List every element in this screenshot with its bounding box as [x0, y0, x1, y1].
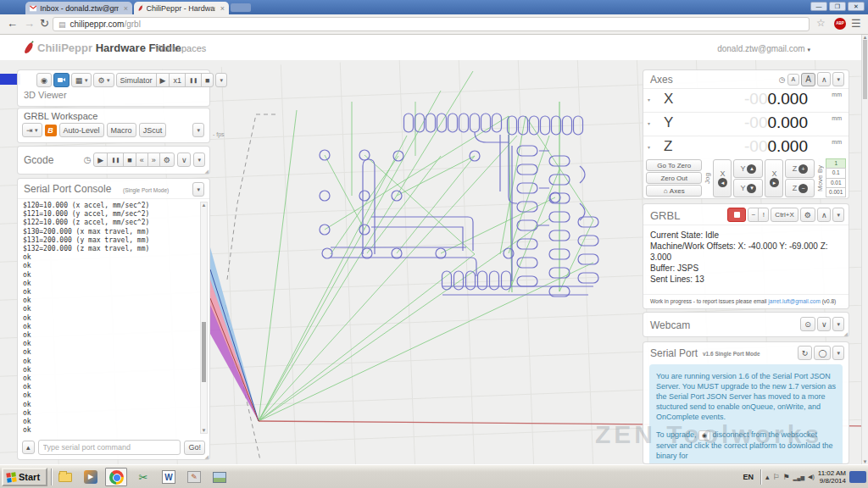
stop-icon[interactable]: ■	[123, 152, 136, 167]
network-icon[interactable]: ▂▄▆	[793, 474, 804, 480]
auto-level-button[interactable]: Auto-Level	[59, 123, 104, 137]
serial-command-input[interactable]	[38, 440, 181, 455]
goto-zero-button[interactable]: Go To Zero	[646, 159, 702, 171]
console-output[interactable]: $120=10.000 (x accel, mm/sec^2)$121=10.0…	[23, 202, 198, 434]
tab-chilipeppr[interactable]: ChiliPeppr - Hardware Fiddle ×	[134, 2, 229, 14]
chevron-down-icon[interactable]: ▾	[648, 97, 650, 103]
grid-options-button[interactable]: ▦ ▾	[71, 73, 92, 87]
scrollbar-thumb[interactable]	[202, 322, 206, 382]
back-icon[interactable]: ←	[7, 17, 18, 30]
grbl-menu-button[interactable]: ▾	[832, 208, 844, 222]
restore-button[interactable]: ❐	[829, 2, 846, 11]
gcode-expand-button[interactable]: ∨	[177, 152, 192, 167]
zero-out-button[interactable]: Zero Out	[646, 172, 702, 184]
command-history-button[interactable]: ▴	[22, 441, 35, 454]
media-player-icon[interactable]: ▶	[80, 468, 102, 486]
go-button[interactable]: Go!	[184, 441, 205, 455]
grbl-stop-button[interactable]	[727, 208, 746, 222]
axes-menu-button[interactable]: ▾	[832, 72, 844, 86]
page-scrollbar[interactable]: ▲ ▼	[861, 35, 868, 464]
connect-icon[interactable]: ◯	[814, 346, 831, 360]
play-icon[interactable]: ▶	[93, 152, 108, 167]
chevron-down-icon[interactable]: ▾	[648, 120, 650, 126]
skip-start-icon[interactable]: «	[136, 152, 148, 167]
home-axes-button[interactable]: ⌂ Axes	[646, 185, 702, 197]
volume-icon[interactable]: ◀)	[808, 474, 815, 480]
jog-z-plus-button[interactable]: Z+	[785, 159, 815, 178]
adblock-icon[interactable]: ABP	[834, 18, 846, 30]
word-icon[interactable]: W	[158, 468, 180, 486]
tab-close-icon[interactable]: ×	[220, 4, 225, 13]
menu-icon[interactable]: ☰	[851, 17, 861, 30]
simulator-button[interactable]: Simulator	[116, 73, 157, 87]
url-bar[interactable]: ▤ chilipeppr.com/grbl	[53, 17, 810, 31]
workspace-menu-button[interactable]: ▾	[192, 123, 204, 137]
grbl-collapse-button[interactable]: ∧	[817, 208, 832, 222]
scroll-up-icon[interactable]: ▲	[201, 202, 207, 208]
paint-icon[interactable]: ✎	[183, 468, 205, 486]
scrollbar-thumb[interactable]	[863, 40, 867, 99]
resize-handle[interactable]: ◢	[204, 453, 209, 459]
tab-gmail[interactable]: Inbox - donald.ztw@gmail.c ×	[25, 2, 132, 14]
console-scrollbar[interactable]: ▲ ▼	[200, 202, 208, 434]
jog-z-minus-button[interactable]: Z−	[785, 179, 815, 197]
pause-icon[interactable]: ❚❚	[107, 152, 124, 167]
grbl-footer-email-link[interactable]: jarret.luft@gmail.com	[768, 298, 821, 304]
board-badge-icon[interactable]: B	[45, 125, 57, 136]
gcode-menu-button[interactable]: ▾	[193, 152, 205, 167]
viewer-menu-button[interactable]: ▾	[215, 73, 227, 87]
axis-row-y[interactable]: ▾ Y -000.000 mm	[643, 112, 849, 135]
tab-close-icon[interactable]: ×	[124, 4, 128, 13]
history-clock-icon[interactable]: ◷	[84, 155, 92, 164]
gear-icon[interactable]: ⚙	[800, 208, 815, 222]
close-button[interactable]: ✕	[848, 2, 865, 11]
feed-hold-button[interactable]: !	[758, 208, 769, 222]
start-button[interactable]: Start	[2, 468, 47, 486]
power-icon[interactable]: ⊙	[800, 317, 815, 331]
security-flag-icon[interactable]: ⚑	[783, 473, 790, 481]
play-icon[interactable]: ▶	[156, 73, 170, 87]
jog-y-minus-button[interactable]: Y▾	[733, 179, 763, 197]
axes-collapse-button[interactable]: ∧	[817, 72, 832, 86]
jscut-button[interactable]: JScut	[139, 123, 167, 137]
axis-row-z[interactable]: ▾ Z -000.000 mm	[643, 136, 849, 158]
jog-y-plus-button[interactable]: Y▴	[733, 159, 763, 178]
show-hidden-icons[interactable]: ▴	[765, 473, 770, 481]
skip-end-icon[interactable]: »	[147, 152, 160, 167]
stop-icon[interactable]: ■	[201, 73, 214, 87]
macro-button[interactable]: Macro	[107, 123, 136, 137]
viewer-settings-button[interactable]: ⚙ ▾	[93, 73, 114, 87]
reload-icon[interactable]: ↻	[40, 17, 49, 30]
nav-workspaces[interactable]: Workspaces	[155, 43, 206, 53]
webcam-menu-button[interactable]: ▾	[832, 317, 844, 331]
action-center-flag-icon[interactable]: ⚐	[772, 473, 779, 481]
camera-view-button[interactable]	[53, 73, 70, 87]
serial-menu-button[interactable]: ▾	[832, 346, 844, 360]
font-large-button[interactable]: A	[801, 73, 815, 86]
resize-handle[interactable]: ◢	[204, 168, 209, 174]
image-viewer-icon[interactable]	[209, 468, 231, 486]
eye-icon[interactable]: ◉	[36, 73, 52, 87]
scroll-down-icon[interactable]: ▼	[201, 428, 207, 433]
pause-icon[interactable]: ❚❚	[185, 73, 202, 87]
speed-button[interactable]: x1	[169, 73, 186, 87]
axis-row-x[interactable]: ▾ X -000.000 mm	[643, 88, 849, 111]
snipping-tool-icon[interactable]: ✂	[132, 468, 154, 486]
webcam-expand-button[interactable]: ∨	[817, 317, 832, 331]
taskbar-clock[interactable]: 11:02 AM 9/8/2014	[818, 469, 846, 485]
bookmark-star-icon[interactable]: ☆	[816, 17, 826, 29]
chrome-icon[interactable]	[105, 468, 127, 486]
jog-x-minus-button[interactable]: X◂	[713, 159, 732, 197]
language-indicator[interactable]: EN	[739, 471, 757, 483]
gear-icon[interactable]: ⚙	[159, 152, 175, 167]
forward-icon[interactable]: →	[24, 17, 35, 30]
soft-reset-button[interactable]: Ctrl+X	[771, 208, 798, 222]
jog-x-plus-button[interactable]: X▸	[765, 159, 783, 197]
minimize-button[interactable]: —	[810, 2, 827, 11]
font-small-button[interactable]: A	[787, 74, 800, 86]
account-menu[interactable]: donald.ztw@gmail.com ▾	[717, 44, 810, 53]
history-clock-icon[interactable]: ◷	[779, 75, 786, 84]
move-by-option[interactable]: 0.001	[826, 187, 846, 197]
chevron-down-icon[interactable]: ▾	[648, 144, 650, 150]
explorer-icon[interactable]	[54, 468, 76, 486]
